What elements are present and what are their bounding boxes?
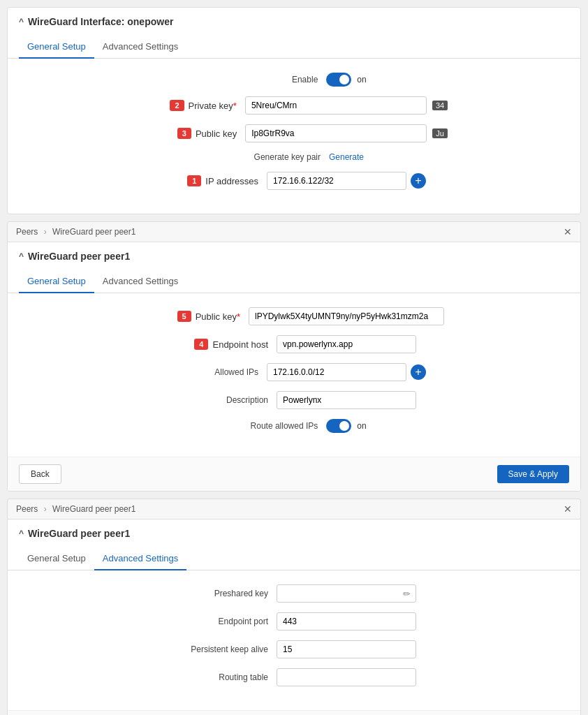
section2-breadcrumb: Peers › WireGuard peer peer1 [16, 227, 135, 237]
public-key-label-container: 3 Public key [140, 128, 245, 139]
tab-general-setup-2[interactable]: General Setup [19, 270, 94, 293]
peer-public-key-row: 5 Public key * [19, 307, 569, 325]
endpoint-port-label: Endpoint port [172, 617, 277, 626]
endpoint-port-row: Endpoint port [19, 612, 569, 631]
private-key-row: 2 Private key * 34 [19, 96, 569, 115]
enable-row: Enable on [19, 73, 569, 87]
public-key-badge: 3 [177, 128, 191, 139]
description-label: Description [172, 395, 277, 405]
allowed-ips-label: Allowed IPs [162, 367, 267, 377]
peer-public-key-badge: 5 [177, 311, 191, 322]
section2-header: ^ WireGuard peer peer1 [8, 242, 580, 270]
private-key-required: * [233, 101, 237, 111]
enable-state: on [357, 75, 366, 84]
route-allowed-ips-slider[interactable] [326, 419, 351, 433]
description-input[interactable] [277, 391, 416, 409]
chevron-icon-2: ^ [19, 251, 24, 261]
route-allowed-ips-label: Route allowed IPs [221, 421, 326, 431]
preshared-key-eye-icon[interactable]: ✏ [403, 589, 411, 599]
ip-addresses-row: 1 IP addresses + [19, 172, 569, 190]
routing-table-label: Routing table [172, 672, 277, 682]
section3-header: ^ WireGuard peer peer1 [8, 519, 580, 547]
persistent-keepalive-input[interactable] [277, 640, 416, 658]
endpoint-host-label-container: 4 Endpoint host [172, 339, 277, 350]
persistent-keepalive-row: Persistent keep alive [19, 640, 569, 658]
section3-breadcrumb: Peers › WireGuard peer peer1 [16, 504, 135, 514]
section1-tabs: General Setup Advanced Settings [8, 36, 580, 59]
section3-tabs: General Setup Advanced Settings [8, 547, 580, 570]
tab-general-setup-1[interactable]: General Setup [19, 36, 94, 59]
route-allowed-ips-row: Route allowed IPs on [19, 419, 569, 433]
preshared-key-row: Preshared key ✏ [19, 584, 569, 603]
section1-header: ^ WireGuard Interface: onepower [8, 8, 580, 36]
route-allowed-ips-toggle-container: on [326, 419, 366, 433]
preshared-key-input-container: ✏ [277, 584, 416, 603]
endpoint-host-row: 4 Endpoint host [19, 335, 569, 353]
breadcrumb-separator: › [44, 227, 47, 237]
section3-breadcrumb-root: Peers [16, 504, 38, 514]
section2-tabs: General Setup Advanced Settings [8, 270, 580, 293]
tab-advanced-settings-2[interactable]: Advanced Settings [94, 270, 186, 293]
private-key-input[interactable] [245, 96, 427, 115]
routing-table-row: Routing table [19, 668, 569, 686]
preshared-key-input[interactable] [277, 584, 416, 603]
public-key-row: 3 Public key Ju [19, 124, 569, 142]
private-key-label-container: 2 Private key * [140, 100, 245, 111]
endpoint-host-badge: 4 [194, 339, 208, 350]
enable-toggle-container: on [326, 73, 366, 87]
endpoint-port-input[interactable] [277, 612, 416, 631]
public-key-input[interactable] [245, 124, 427, 142]
preshared-key-label: Preshared key [172, 589, 277, 598]
endpoint-host-input[interactable] [277, 335, 416, 353]
route-allowed-ips-state: on [357, 421, 366, 431]
public-key-label: Public key [196, 128, 237, 139]
tab-advanced-settings-3[interactable]: Advanced Settings [94, 547, 186, 570]
peer-public-key-required: * [237, 311, 240, 322]
ip-addresses-label: IP addresses [205, 176, 258, 186]
tab-advanced-settings-1[interactable]: Advanced Settings [94, 36, 186, 59]
persistent-keepalive-label: Persistent keep alive [172, 644, 277, 654]
section2-back-button[interactable]: Back [19, 464, 61, 484]
tab-general-setup-3[interactable]: General Setup [19, 547, 94, 570]
section3-breadcrumb-separator: › [44, 504, 47, 514]
breadcrumb-child: WireGuard peer peer1 [52, 227, 135, 237]
allowed-ips-row: Allowed IPs + [19, 363, 569, 381]
section2-footer: Back Save & Apply [8, 457, 580, 491]
section3-footer: Back Save & Apply [8, 710, 580, 715]
ip-addresses-input[interactable] [267, 172, 406, 190]
section2-save-button[interactable]: Save & Apply [497, 465, 569, 483]
ip-addresses-add-button[interactable]: + [411, 173, 426, 189]
public-key-suffix: Ju [432, 128, 448, 138]
endpoint-host-label: Endpoint host [212, 339, 268, 350]
breadcrumb-root: Peers [16, 227, 38, 237]
private-key-suffix: 34 [432, 101, 448, 110]
description-row: Description [19, 391, 569, 409]
peer-public-key-input[interactable] [249, 307, 444, 325]
section3-close-button[interactable]: ✕ [564, 503, 572, 515]
allowed-ips-add-button[interactable]: + [411, 364, 426, 380]
private-key-label: Private key [189, 101, 233, 111]
section3-breadcrumb-child: WireGuard peer peer1 [52, 504, 135, 514]
section2-title: WireGuard peer peer1 [28, 251, 130, 262]
enable-label: Enable [221, 75, 326, 84]
peer-public-key-label: Public key [196, 311, 237, 322]
generate-keypair-row: Generate key pair Generate [19, 152, 569, 162]
section1-title: WireGuard Interface: onepower [28, 16, 173, 27]
toggle-slider[interactable] [326, 73, 351, 87]
peer-public-key-label-container: 5 Public key * [144, 311, 249, 322]
enable-toggle[interactable] [326, 73, 351, 87]
ip-addresses-badge: 1 [187, 175, 201, 186]
chevron-icon-3: ^ [19, 529, 24, 538]
route-allowed-ips-toggle[interactable] [326, 419, 351, 433]
generate-link[interactable]: Generate [329, 152, 364, 162]
ip-addresses-label-container: 1 IP addresses [162, 175, 267, 186]
section3-title: WireGuard peer peer1 [28, 528, 130, 539]
private-key-badge: 2 [170, 100, 184, 111]
section3-breadcrumb-bar: Peers › WireGuard peer peer1 ✕ [7, 499, 581, 519]
chevron-icon: ^ [19, 17, 24, 27]
routing-table-input[interactable] [277, 668, 416, 686]
section2-close-button[interactable]: ✕ [564, 226, 572, 237]
section2-breadcrumb-bar: Peers › WireGuard peer peer1 ✕ [7, 221, 581, 242]
generate-keypair-label: Generate key pair [224, 152, 329, 162]
allowed-ips-input[interactable] [267, 363, 406, 381]
